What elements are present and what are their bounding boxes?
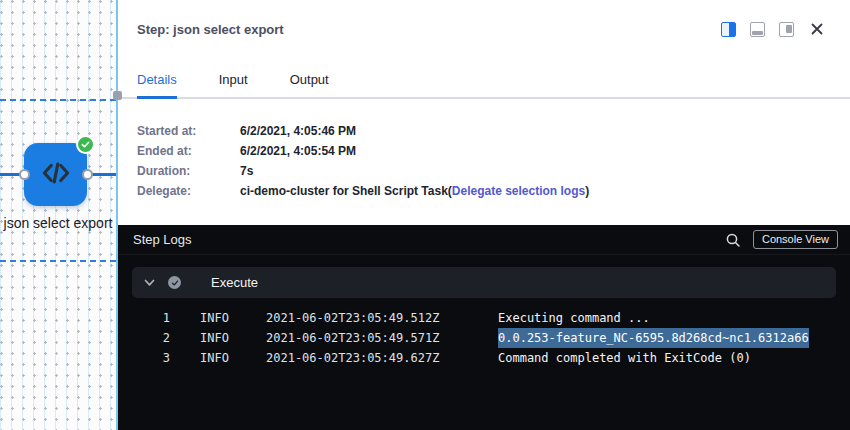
- detail-label: Started at:: [137, 121, 240, 141]
- execute-section-header[interactable]: Execute: [132, 267, 836, 298]
- step-logs-actions: Console View: [725, 230, 838, 249]
- log-timestamp: 2021-06-02T23:05:49.627Z: [266, 348, 498, 368]
- tab-bar: Details Input Output: [118, 58, 850, 99]
- step-logs-panel: Step Logs Console View: [118, 225, 850, 430]
- window-controls: [721, 22, 824, 37]
- log-message: Executing command ...: [498, 308, 650, 328]
- app-window: json select export Step: json select exp…: [0, 0, 850, 430]
- node-label: json select export: [0, 213, 116, 233]
- log-level: INFO: [200, 328, 266, 348]
- stage-boundary-line-bottom: [0, 260, 116, 262]
- detail-label: Ended at:: [137, 141, 240, 161]
- page-title: Step: json select export: [137, 22, 284, 37]
- log-level: INFO: [200, 308, 266, 328]
- code-icon: [39, 158, 73, 192]
- log-line-number: 3: [132, 348, 170, 368]
- log-line: 2 INFO 2021-06-02T23:05:49.571Z 0.0.253-…: [132, 328, 836, 348]
- log-message: Command completed with ExitCode (0): [498, 348, 751, 368]
- tab-output[interactable]: Output: [290, 72, 329, 97]
- log-message-highlighted: 0.0.253-feature_NC-6595.8d268cd~nc1.6312…: [498, 328, 809, 348]
- log-line-number: 2: [132, 328, 170, 348]
- pipeline-step-node[interactable]: [24, 143, 87, 206]
- detail-value: ci-demo-cluster for Shell Script Task(De…: [240, 181, 589, 201]
- step-logs-body: Execute 1 INFO 2021-06-02T23:05:49.512Z …: [118, 255, 850, 380]
- detail-row-delegate: Delegate: ci-demo-cluster for Shell Scri…: [137, 181, 850, 201]
- detail-value: 7s: [240, 161, 253, 181]
- tab-details[interactable]: Details: [137, 72, 177, 99]
- panel-resize-handle[interactable]: [113, 91, 122, 100]
- tab-input[interactable]: Input: [219, 72, 248, 97]
- detail-value: 6/2/2021, 4:05:46 PM: [240, 121, 356, 141]
- log-line-number: 1: [132, 308, 170, 328]
- log-timestamp: 2021-06-02T23:05:49.571Z: [266, 328, 498, 348]
- detail-label: Duration:: [137, 161, 240, 181]
- delegate-value-text: ci-demo-cluster for Shell Script Task(: [240, 184, 452, 198]
- execute-section-label: Execute: [211, 275, 258, 290]
- split-view-icon[interactable]: [721, 22, 736, 37]
- detail-row-started: Started at: 6/2/2021, 4:05:46 PM: [137, 121, 850, 141]
- details-section: Started at: 6/2/2021, 4:05:46 PM Ended a…: [118, 99, 850, 225]
- step-detail-panel: Step: json select export Details Input O…: [118, 0, 850, 430]
- log-timestamp: 2021-06-02T23:05:49.512Z: [266, 308, 498, 328]
- delegate-selection-logs-link[interactable]: Delegate selection logs: [452, 184, 585, 198]
- step-logs-title: Step Logs: [133, 232, 192, 247]
- log-line: 3 INFO 2021-06-02T23:05:49.627Z Command …: [132, 348, 836, 368]
- detail-row-duration: Duration: 7s: [137, 161, 850, 181]
- right-view-icon[interactable]: [779, 22, 794, 37]
- delegate-value-suffix: ): [585, 184, 589, 198]
- pipeline-graph-sidebar: json select export: [0, 0, 118, 430]
- detail-value: 6/2/2021, 4:05:54 PM: [240, 141, 356, 161]
- search-icon[interactable]: [725, 232, 741, 248]
- node-output-port: [82, 169, 93, 180]
- stage-boundary-line-top: [0, 99, 116, 101]
- log-level: INFO: [200, 348, 266, 368]
- step-logs-header: Step Logs Console View: [118, 225, 850, 255]
- node-input-port: [19, 169, 30, 180]
- chevron-down-icon[interactable]: [144, 279, 155, 287]
- detail-row-ended: Ended at: 6/2/2021, 4:05:54 PM: [137, 141, 850, 161]
- log-line: 1 INFO 2021-06-02T23:05:49.512Z Executin…: [132, 308, 836, 328]
- check-icon: [76, 135, 95, 154]
- detail-label: Delegate:: [137, 181, 240, 201]
- panel-header: Step: json select export: [118, 0, 850, 58]
- close-icon[interactable]: [810, 22, 824, 36]
- check-circle-icon: [168, 276, 181, 289]
- bottom-view-icon[interactable]: [750, 22, 765, 37]
- console-view-button[interactable]: Console View: [753, 230, 838, 249]
- log-lines: 1 INFO 2021-06-02T23:05:49.512Z Executin…: [132, 308, 836, 368]
